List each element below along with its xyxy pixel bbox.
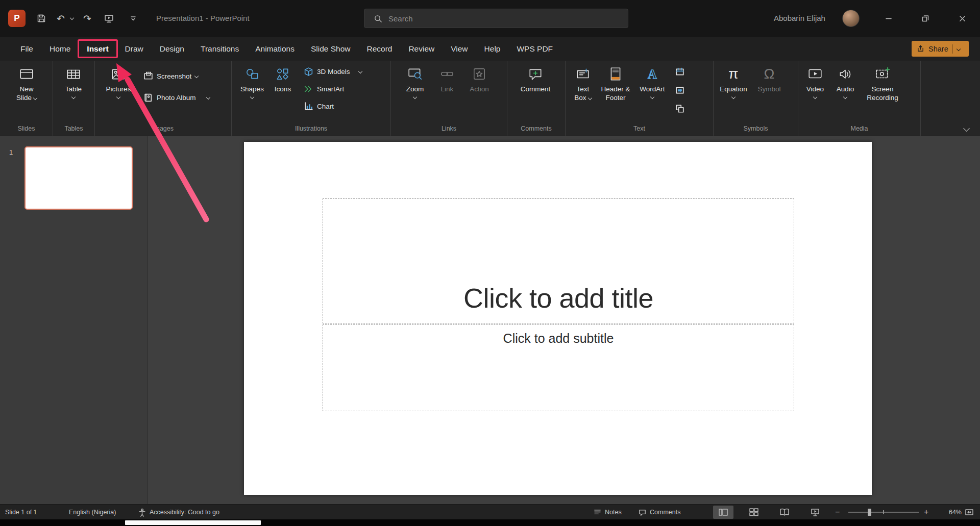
tab-view[interactable]: View	[443, 37, 476, 61]
tab-slide-show[interactable]: Slide Show	[303, 37, 359, 61]
tab-wps-pdf[interactable]: WPS PDF	[508, 37, 561, 61]
screenshot-button[interactable]: Screenshot	[140, 69, 213, 83]
comment-button[interactable]: Comment	[516, 61, 555, 93]
group-illustrations: Shapes Icons 3D Models	[232, 61, 391, 136]
text-box-button[interactable]: Text Box	[569, 61, 597, 102]
tab-design[interactable]: Design	[152, 37, 192, 61]
group-label-comments: Comments	[507, 124, 565, 136]
save-icon	[37, 14, 46, 23]
equation-button[interactable]: π Equation	[716, 61, 751, 98]
chevron-down-icon	[71, 95, 76, 99]
thumbnail-slide-number: 1	[9, 148, 13, 156]
normal-view-icon	[718, 507, 728, 517]
undo-button[interactable]: ↶	[53, 11, 68, 26]
normal-view-button[interactable]	[713, 506, 733, 519]
redo-icon: ↷	[83, 14, 91, 23]
action-icon	[472, 63, 487, 85]
status-bar: Slide 1 of 1 English (Nigeria) Accessibi…	[0, 504, 980, 519]
chevron-down-icon	[33, 96, 37, 100]
zoom-button[interactable]: Zoom	[399, 61, 431, 98]
zoom-slider-center-tick	[883, 510, 884, 514]
group-comments: Comment Comments	[507, 61, 566, 136]
search-box[interactable]	[364, 9, 628, 28]
tab-insert[interactable]: Insert	[79, 37, 116, 61]
chevron-down-icon	[813, 95, 817, 99]
3d-models-button[interactable]: 3D Models	[300, 64, 365, 79]
tab-draw[interactable]: Draw	[117, 37, 152, 61]
comments-status-button[interactable]: Comments	[638, 505, 680, 520]
fit-to-window-icon	[965, 508, 974, 517]
close-icon	[959, 15, 966, 22]
tab-file[interactable]: File	[12, 37, 41, 61]
group-label-links: Links	[391, 124, 507, 136]
smartart-button[interactable]: SmartArt	[300, 82, 365, 96]
collapse-ribbon-chevron-icon[interactable]	[963, 125, 970, 132]
icons-button[interactable]: Icons	[268, 61, 297, 93]
slide-number-button[interactable]	[673, 83, 687, 97]
share-button[interactable]: Share	[912, 41, 969, 57]
tab-record[interactable]: Record	[358, 37, 400, 61]
wordart-button[interactable]: A WordArt	[634, 61, 671, 98]
slide-indicator: Slide 1 of 1	[5, 505, 37, 520]
accessibility-button[interactable]: Accessibility: Good to go	[138, 505, 219, 520]
avatar[interactable]	[842, 10, 860, 27]
close-button[interactable]	[950, 0, 974, 37]
reading-view-button[interactable]	[774, 506, 795, 519]
ribbon-tab-row: File Home Insert Draw Design Transitions…	[0, 37, 980, 61]
chevron-down-icon	[358, 69, 362, 73]
zoom-in-button[interactable]: +	[924, 505, 928, 520]
object-button[interactable]	[673, 102, 687, 115]
group-label-media: Media	[798, 124, 920, 136]
search-input[interactable]	[388, 14, 628, 23]
screen-recording-button[interactable]: Screen Recording	[861, 61, 904, 102]
shapes-button[interactable]: Shapes	[236, 61, 268, 98]
pictures-button[interactable]: Pictures	[99, 61, 138, 98]
account-user-name[interactable]: Abobarin Elijah	[774, 0, 825, 37]
text-box-icon	[575, 63, 591, 85]
header-footer-button[interactable]: Header & Footer	[597, 61, 634, 102]
minimize-button[interactable]	[877, 0, 900, 37]
table-button[interactable]: Table	[57, 61, 90, 98]
group-tables: Table Tables	[53, 61, 95, 136]
tab-review[interactable]: Review	[400, 37, 443, 61]
notes-button[interactable]: Notes	[593, 505, 622, 520]
tab-home[interactable]: Home	[41, 37, 79, 61]
photo-album-button[interactable]: Photo Album	[140, 90, 213, 105]
group-label-images: Images	[95, 124, 231, 136]
undo-dropdown-chevron-icon[interactable]	[70, 16, 74, 20]
redo-button[interactable]: ↷	[80, 11, 95, 26]
subtitle-placeholder[interactable]: Click to add subtitle	[323, 324, 794, 411]
slide-sorter-icon	[749, 507, 759, 517]
start-slideshow-qat-button[interactable]	[101, 11, 116, 26]
slide-show-view-button[interactable]	[805, 506, 825, 519]
audio-button[interactable]: Audio	[831, 61, 860, 98]
icons-icon	[275, 63, 290, 85]
action-button: Action	[463, 61, 495, 93]
group-label-slides: Slides	[0, 124, 53, 136]
chevron-down-icon	[194, 74, 199, 78]
restore-button[interactable]	[914, 0, 937, 37]
tab-animations[interactable]: Animations	[247, 37, 303, 61]
slide-sorter-view-button[interactable]	[744, 506, 764, 519]
date-time-button[interactable]	[673, 65, 687, 79]
zoom-out-button[interactable]: −	[835, 505, 840, 520]
fit-slide-to-window-button[interactable]	[965, 505, 974, 520]
customize-quick-access-button[interactable]	[126, 11, 141, 26]
language-button[interactable]: English (Nigeria)	[69, 505, 116, 520]
slide-1-thumbnail[interactable]	[24, 146, 133, 210]
chart-button[interactable]: Chart	[300, 99, 365, 113]
more-commands-icon	[130, 15, 137, 22]
new-slide-button[interactable]: New Slide	[5, 61, 48, 102]
slide-canvas[interactable]: Click to add title Click to add subtitle	[244, 142, 872, 495]
powerpoint-app-icon[interactable]: P	[8, 10, 26, 27]
title-placeholder[interactable]: Click to add title	[323, 198, 794, 323]
chevron-down-icon	[413, 95, 417, 99]
tab-help[interactable]: Help	[476, 37, 509, 61]
chevron-down-icon	[731, 95, 736, 99]
zoom-slider-thumb[interactable]	[868, 509, 871, 516]
photo-album-icon	[143, 93, 153, 103]
video-button[interactable]: Video	[800, 61, 830, 98]
zoom-level[interactable]: 64%	[938, 505, 962, 520]
tab-transitions[interactable]: Transitions	[192, 37, 247, 61]
save-button[interactable]	[34, 11, 49, 26]
